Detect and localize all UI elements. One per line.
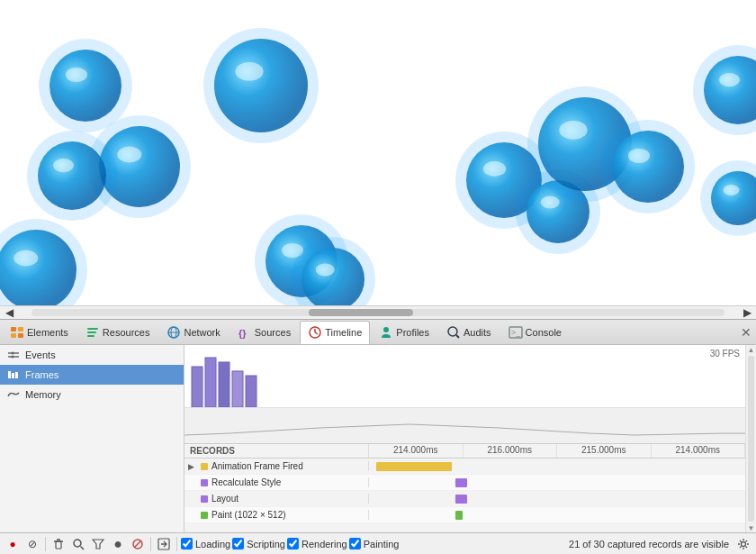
svg-rect-64 (8, 371, 11, 378)
svg-point-29 (559, 121, 587, 140)
tab-resources[interactable]: Resources (77, 321, 158, 344)
dot-button[interactable]: ● (109, 535, 127, 553)
svg-point-8 (53, 159, 74, 172)
network-icon (166, 325, 181, 340)
svg-line-55 (456, 335, 459, 338)
svg-point-35 (719, 73, 740, 86)
timeline-chart-area[interactable]: 30 FPS (184, 345, 745, 444)
right-scrollbar[interactable]: ▲ ▼ (745, 345, 756, 532)
fps-label: 30 FPS (710, 349, 740, 359)
sidebar-item-events-label: Events (25, 350, 56, 360)
sources-icon: {} (238, 325, 252, 340)
tab-profiles[interactable]: Profiles (371, 321, 437, 344)
clear-button[interactable] (50, 535, 68, 553)
tab-timeline[interactable]: Timeline (300, 321, 370, 344)
svg-rect-70 (232, 371, 243, 407)
devtools-panel: Elements Resources Network {} Sou (0, 320, 756, 554)
scrollbar-right-arrow[interactable]: ▶ (738, 304, 756, 320)
clear-icon (52, 538, 65, 550)
filter-button[interactable] (89, 535, 107, 553)
record-row-2[interactable]: Layout (184, 491, 745, 507)
svg-text:>_: >_ (511, 328, 521, 337)
sidebar-item-memory[interactable]: Memory (0, 385, 184, 404)
svg-line-52 (315, 332, 318, 334)
search-button[interactable] (69, 535, 87, 553)
svg-rect-42 (18, 333, 23, 338)
record-name-2: Layout (212, 494, 364, 504)
scrollbar-thumb-right[interactable] (748, 356, 754, 522)
svg-point-11 (235, 62, 263, 81)
records-header: RECORDS 214.000ms 216.000ms 215.000ms 21… (184, 444, 745, 459)
records-list: ▶Animation Frame FiredRecalculate StyleL… (184, 459, 745, 532)
settings-icon (737, 538, 750, 550)
no-icon (131, 538, 144, 550)
painting-checkbox[interactable] (349, 538, 361, 549)
loading-checkbox[interactable] (181, 538, 193, 549)
timeline-area: 30 FPS RECORDS 214.000ms 216.000ms 215.0… (184, 345, 756, 532)
scrollbar-thumb[interactable] (309, 309, 413, 316)
tab-console-label: Console (526, 327, 562, 338)
close-devtools-button[interactable]: ✕ (738, 324, 754, 341)
devtools-body: Events Frames Memory (0, 345, 756, 532)
svg-point-53 (383, 327, 389, 332)
svg-point-2 (66, 68, 87, 82)
record-bar-3 (455, 511, 463, 520)
viewport-scrollbar[interactable]: ◀ ▶ (0, 305, 756, 319)
divider-2 (150, 537, 151, 551)
profiles-icon (379, 325, 393, 340)
scrollbar-up-arrow[interactable]: ▲ (746, 345, 756, 354)
record-color-0 (201, 463, 208, 470)
settings-button[interactable] (734, 535, 752, 553)
svg-point-1 (50, 50, 122, 122)
record-row-0[interactable]: ▶Animation Frame Fired (184, 459, 745, 475)
svg-rect-72 (56, 541, 61, 549)
loading-checkbox-group: Loading (181, 538, 230, 549)
svg-rect-65 (12, 373, 14, 378)
import-button[interactable] (155, 535, 173, 553)
tab-audits[interactable]: Audits (438, 321, 500, 344)
record-color-3 (201, 512, 208, 519)
rendering-checkbox[interactable] (287, 538, 299, 549)
memory-icon (7, 388, 20, 401)
scrollbar-track[interactable] (32, 309, 724, 316)
tab-sources[interactable]: {} Sources (230, 321, 299, 344)
svg-point-20 (316, 264, 335, 277)
elements-icon (10, 325, 24, 340)
scrollbar-left-arrow[interactable]: ◀ (0, 304, 18, 320)
painting-checkbox-group: Painting (349, 538, 400, 549)
record-arrow-0: ▶ (188, 462, 197, 471)
tab-elements[interactable]: Elements (2, 321, 76, 344)
devtools-toolbar: Elements Resources Network {} Sou (0, 320, 756, 345)
svg-rect-69 (219, 362, 230, 407)
bubble-animation (0, 0, 756, 306)
sidebar-item-frames[interactable]: Frames (0, 365, 184, 385)
record-bar-container-0 (369, 459, 745, 474)
record-bar-1 (455, 478, 467, 487)
stop-button[interactable] (129, 535, 147, 553)
tab-profiles-label: Profiles (396, 327, 429, 338)
record-row-1[interactable]: Recalculate Style (184, 475, 745, 491)
record-bar-container-2 (369, 491, 745, 506)
memory-area (184, 407, 745, 443)
tab-console[interactable]: >_ Console (500, 321, 570, 344)
svg-point-74 (74, 540, 81, 547)
scrollbar-down-arrow[interactable]: ▼ (746, 523, 756, 532)
tab-sources-label: Sources (255, 327, 291, 338)
scripting-checkbox[interactable] (232, 538, 244, 549)
search-icon (72, 538, 85, 550)
time-col-4: 214.000ms (652, 444, 746, 458)
rendering-checkbox-group: Rendering (287, 538, 347, 549)
events-icon (7, 349, 20, 361)
svg-rect-66 (15, 372, 18, 378)
record-button[interactable]: ● (4, 535, 22, 553)
stop-record-button[interactable]: ⊘ (23, 535, 41, 553)
records-section-label: RECORDS (184, 444, 369, 458)
svg-rect-71 (246, 376, 256, 407)
tab-timeline-label: Timeline (325, 327, 362, 338)
record-row-3[interactable]: Paint (1022 × 512) (184, 507, 745, 523)
record-left-3: Paint (1022 × 512) (184, 510, 369, 520)
time-col-1: 214.000ms (369, 444, 464, 458)
scripting-label: Scripting (247, 539, 285, 549)
tab-network[interactable]: Network (158, 321, 228, 344)
sidebar-item-events[interactable]: Events (0, 345, 184, 365)
